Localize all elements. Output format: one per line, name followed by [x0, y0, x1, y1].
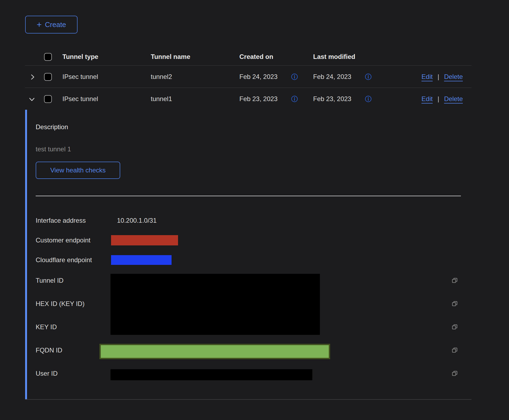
customer-endpoint-label: Customer endpoint: [36, 236, 91, 244]
customer-endpoint-redaction: [111, 235, 178, 245]
last-modified-cell: Feb 24, 2023: [313, 73, 351, 81]
table-row: IPsec tunnel tunnel1 Feb 23, 2023 Feb 23…: [0, 88, 509, 110]
view-health-checks-button[interactable]: View health checks: [36, 162, 120, 179]
delete-link[interactable]: Delete: [444, 95, 463, 103]
info-circle-icon[interactable]: [365, 95, 372, 102]
row-checkbox[interactable]: [44, 73, 52, 81]
tunnel-detail-panel: Description test tunnel 1 View health ch…: [0, 110, 509, 399]
description-value: test tunnel 1: [36, 145, 71, 153]
copy-tunnel-id-button[interactable]: [451, 277, 458, 284]
info-circle-icon[interactable]: [365, 73, 372, 80]
tunnel-name-cell: tunnel2: [151, 73, 172, 81]
table-row: IPsec tunnel tunnel2 Feb 24, 2023 Feb 24…: [0, 66, 509, 88]
edit-link[interactable]: Edit: [421, 95, 433, 103]
copy-fqdn-id-button[interactable]: [451, 347, 458, 354]
cloudflare-endpoint-redaction: [111, 255, 172, 265]
create-button[interactable]: + Create: [25, 16, 78, 34]
chevron-right-icon[interactable]: [29, 73, 36, 81]
tunnel-id-label: Tunnel ID: [36, 277, 63, 284]
col-header-last-modified: Last modified: [313, 53, 355, 61]
interface-address-label: Interface address: [36, 217, 86, 224]
user-id-redaction: [110, 369, 312, 380]
created-on-cell: Feb 24, 2023: [239, 73, 277, 81]
section-divider: [36, 196, 461, 196]
copy-user-id-button[interactable]: [451, 370, 458, 377]
hex-id-label: HEX ID (KEY ID): [36, 300, 85, 308]
info-circle-icon[interactable]: [291, 73, 298, 80]
interface-address-value: 10.200.1.0/31: [117, 217, 157, 224]
description-label: Description: [36, 123, 68, 131]
copy-hex-id-button[interactable]: [451, 300, 458, 307]
chevron-down-icon[interactable]: [28, 95, 36, 103]
row-divider: [25, 399, 471, 400]
ids-redaction: [110, 274, 320, 335]
cloudflare-endpoint-label: Cloudflare endpoint: [36, 256, 92, 264]
action-separator: |: [437, 95, 439, 103]
key-id-label: KEY ID: [36, 323, 57, 331]
fqdn-id-redaction: [99, 344, 330, 359]
copy-key-id-button[interactable]: [451, 324, 458, 331]
create-button-label: Create: [45, 21, 66, 29]
fqdn-id-label: FQDN ID: [36, 346, 62, 354]
tunnel-type-cell: IPsec tunnel: [62, 95, 98, 103]
last-modified-cell: Feb 23, 2023: [313, 95, 351, 103]
col-header-tunnel-type: Tunnel type: [62, 53, 98, 61]
row-checkbox[interactable]: [44, 95, 52, 103]
plus-icon: +: [37, 21, 42, 29]
edit-link[interactable]: Edit: [421, 73, 433, 81]
select-all-checkbox[interactable]: [44, 53, 52, 61]
user-id-label: User ID: [36, 370, 58, 377]
action-separator: |: [437, 73, 439, 81]
tunnel-name-cell: tunnel1: [151, 95, 172, 103]
tunnel-type-cell: IPsec tunnel: [62, 73, 98, 81]
col-header-created-on: Created on: [239, 53, 273, 61]
delete-link[interactable]: Delete: [444, 73, 463, 81]
tunnels-page: + Create Tunnel type Tunnel name Created…: [0, 0, 509, 420]
expanded-row-indicator-bar: [25, 110, 27, 399]
created-on-cell: Feb 23, 2023: [239, 95, 277, 103]
view-health-checks-label: View health checks: [50, 166, 106, 174]
info-circle-icon[interactable]: [291, 95, 298, 102]
col-header-tunnel-name: Tunnel name: [151, 53, 190, 61]
